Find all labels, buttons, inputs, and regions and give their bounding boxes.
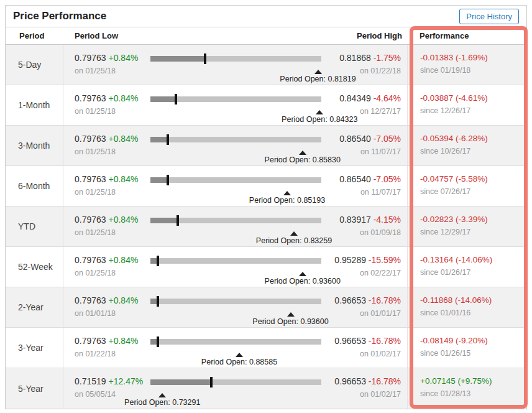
low-change: +0.84% xyxy=(109,336,139,346)
high-value: 0.81868 xyxy=(339,53,371,63)
current-price-tick-icon xyxy=(167,134,169,145)
high-change: -16.78% xyxy=(369,336,401,346)
table-row: 6-Month 0.79763 +0.84% on 01/25/18 Perio… xyxy=(6,166,526,206)
price-range-bar-cell: Period Open: 0.84323 xyxy=(150,85,328,125)
performance-value: -0.02823 (-3.39%) xyxy=(420,215,526,224)
price-range-bar-cell: Period Open: 0.81819 xyxy=(150,45,328,85)
period-label: 3-Month xyxy=(6,126,63,165)
low-date: on 01/25/18 xyxy=(75,269,150,277)
col-header-period-high: Period High xyxy=(328,31,407,40)
low-change: +0.84% xyxy=(109,295,139,305)
price-range-bar-cell: Period Open: 0.93600 xyxy=(150,287,328,327)
period-open-label: Period Open: 0.84323 xyxy=(282,115,357,124)
table-row: 52-Week 0.79763 +0.84% on 01/25/18 Perio… xyxy=(6,247,526,287)
low-change: +12.47% xyxy=(109,376,144,386)
high-date: on 01/09/18 xyxy=(328,228,401,237)
current-price-tick-icon xyxy=(157,296,159,307)
price-performance-widget: Price Performance Price History Period P… xyxy=(5,5,527,409)
period-open-triangle-icon xyxy=(299,151,306,155)
price-range-track xyxy=(150,137,321,142)
current-price-tick-icon xyxy=(157,336,159,347)
high-change: -7.05% xyxy=(374,134,401,144)
performance-cell: -0.01383 (-1.69%) since 01/19/18 xyxy=(407,45,526,85)
low-date: on 01/25/18 xyxy=(75,228,150,237)
period-open-triangle-icon xyxy=(287,312,295,317)
price-range-track xyxy=(150,96,321,102)
price-range-bar-cell: Period Open: 0.93600 xyxy=(150,247,328,287)
low-date: on 05/05/14 xyxy=(75,390,150,399)
period-low-cell: 0.79763 +0.84% on 01/25/18 xyxy=(63,126,150,165)
period-open-triangle-icon xyxy=(158,393,166,397)
period-high-cell: 0.83917 -4.15% on 01/09/18 xyxy=(328,206,407,246)
price-range-track xyxy=(150,258,321,264)
low-value: 0.71519 xyxy=(75,376,106,386)
period-high-cell: 0.96653 -16.78% on 01/02/17 xyxy=(328,328,407,368)
price-range-bar-cell: Period Open: 0.85193 xyxy=(150,166,328,206)
col-header-performance: Performance xyxy=(407,31,526,40)
price-range-bar-cell: Period Open: 0.85830 xyxy=(150,126,328,165)
low-value: 0.79763 xyxy=(75,174,106,184)
low-date: on 01/25/18 xyxy=(75,67,150,75)
high-date: on 01/02/17 xyxy=(328,390,401,399)
current-price-tick-icon xyxy=(210,377,213,387)
price-range-bar-cell: Period Open: 0.88585 xyxy=(150,328,328,368)
performance-date: since 01/26/15 xyxy=(420,349,526,358)
performance-cell: -0.13164 (-14.06%) since 01/26/17 xyxy=(407,247,526,287)
price-range-fill xyxy=(150,137,168,142)
performance-cell: -0.05394 (-6.28%) since 10/26/17 xyxy=(407,126,526,165)
price-range-track xyxy=(150,299,321,304)
high-value: 0.96653 xyxy=(334,376,366,386)
high-date: on 11/07/17 xyxy=(328,188,401,197)
performance-date: since 12/29/17 xyxy=(420,228,526,236)
table-header-row: Period Period Low Period High Performanc… xyxy=(6,27,526,45)
low-change: +0.84% xyxy=(109,93,139,103)
performance-date: since 01/26/17 xyxy=(420,268,526,277)
current-price-tick-icon xyxy=(157,256,159,266)
period-label: 52-Week xyxy=(6,247,63,287)
performance-value: -0.03887 (-4.61%) xyxy=(420,93,526,103)
col-header-period: Period xyxy=(6,31,63,40)
period-low-cell: 0.79763 +0.84% on 01/25/18 xyxy=(63,166,150,206)
low-date: on 01/25/18 xyxy=(75,107,150,116)
low-change: +0.84% xyxy=(109,215,139,225)
period-low-cell: 0.79763 +0.84% on 01/25/18 xyxy=(63,247,150,287)
low-value: 0.79763 xyxy=(75,336,106,346)
high-change: -4.64% xyxy=(374,93,401,103)
period-open-triangle-icon xyxy=(283,191,291,195)
period-label: 5-Day xyxy=(6,45,63,85)
performance-cell: -0.08149 (-9.20%) since 01/26/15 xyxy=(407,328,526,368)
period-low-cell: 0.79763 +0.84% on 01/25/18 xyxy=(63,206,150,246)
table-row: 5-Day 0.79763 +0.84% on 01/25/18 Period … xyxy=(6,45,526,85)
current-price-tick-icon xyxy=(167,175,169,185)
price-range-bar-cell: Period Open: 0.73291 xyxy=(150,368,328,409)
period-label: 5-Year xyxy=(6,368,63,409)
price-range-track xyxy=(150,56,321,62)
performance-value: -0.04757 (-5.58%) xyxy=(420,174,526,183)
period-low-cell: 0.79763 +0.84% on 01/01/18 xyxy=(63,287,150,327)
table-row: 3-Year 0.79763 +0.84% on 01/22/18 Period… xyxy=(6,328,526,368)
widget-header: Price Performance Price History xyxy=(6,6,526,27)
high-change: -7.05% xyxy=(374,174,401,184)
period-low-cell: 0.79763 +0.84% on 01/25/18 xyxy=(63,45,150,85)
high-date: on 11/07/17 xyxy=(328,147,401,156)
current-price-tick-icon xyxy=(175,94,177,104)
period-open-label: Period Open: 0.81819 xyxy=(280,75,355,83)
period-open-label: Period Open: 0.88585 xyxy=(201,358,277,366)
low-value: 0.79763 xyxy=(75,93,106,103)
period-open-label: Period Open: 0.85193 xyxy=(249,196,325,205)
price-range-track xyxy=(150,379,321,385)
low-date: on 01/25/18 xyxy=(75,188,150,197)
period-open-label: Period Open: 0.93600 xyxy=(265,277,341,285)
low-value: 0.79763 xyxy=(75,53,106,63)
period-high-cell: 0.86540 -7.05% on 11/07/17 xyxy=(328,166,407,206)
price-history-button[interactable]: Price History xyxy=(459,9,519,24)
price-range-bar-cell: Period Open: 0.83259 xyxy=(150,206,328,246)
low-date: on 01/25/18 xyxy=(75,147,150,156)
high-change: -16.78% xyxy=(369,376,401,386)
current-price-tick-icon xyxy=(204,53,206,64)
period-open-triangle-icon xyxy=(299,272,306,276)
performance-value: -0.01383 (-1.69%) xyxy=(420,53,526,62)
price-range-track xyxy=(150,339,321,345)
period-label: YTD xyxy=(6,206,63,246)
high-date: on 01/22/18 xyxy=(328,67,401,75)
